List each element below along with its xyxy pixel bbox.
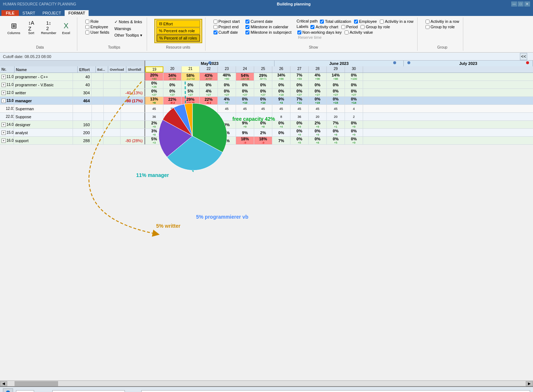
activity-row-check[interactable]: Activitiy in a row: [379, 19, 414, 24]
gantt-cell: 36: [145, 113, 163, 120]
expand-btn[interactable]: +: [1, 75, 6, 79]
milestone-cal-check[interactable]: Milestone in calendar: [245, 24, 292, 29]
ribbon-content: ⊞ Columns ↕AZ Sort 1↕2 Renumber X Excel: [0, 16, 533, 52]
percent-all-button[interactable]: % Percent of all roles: [156, 34, 200, 42]
project-start-check[interactable]: Project start: [213, 19, 241, 24]
horizontal-scrollbar[interactable]: ◀ ▶: [0, 380, 533, 386]
scroll-right-btn[interactable]: ▶: [526, 381, 533, 386]
expand-btn[interactable]: +: [1, 83, 6, 87]
cell-balance: [91, 81, 103, 88]
gantt-cell: 18%-9: [254, 137, 272, 144]
nav-left[interactable]: <<: [520, 53, 527, 60]
renumber-button[interactable]: 1↕2 Renumber: [41, 19, 57, 36]
current-date-check[interactable]: Current date: [245, 19, 292, 24]
userfields-checkbox[interactable]: User fields: [85, 30, 110, 35]
day-20: 20: [163, 66, 182, 73]
resource-units-box: ⊟ Effort % Percent each role % Percent o…: [154, 19, 202, 43]
day-30: 30: [345, 66, 363, 73]
scroll-left-btn[interactable]: ◀: [0, 381, 7, 386]
header-name: Name: [15, 66, 78, 73]
employee-check[interactable]: Employee: [353, 19, 378, 24]
cell-shortfall: [121, 81, 145, 88]
non-working-check[interactable]: Non-working days key: [297, 30, 342, 35]
expand-btn[interactable]: -: [1, 99, 6, 103]
cell-overload: [103, 137, 121, 144]
activity-row-check2[interactable]: Activitiy in a row: [425, 19, 460, 24]
group-by-role-check[interactable]: Group by role: [360, 24, 391, 29]
cell-overload: [103, 73, 121, 81]
month-may: May 2023: [145, 61, 274, 66]
marker-june: [393, 61, 396, 64]
employee-checkbox[interactable]: Employee: [85, 24, 110, 29]
expand-btn[interactable]: +: [1, 131, 6, 135]
columns-button[interactable]: ⊞ Columns: [6, 19, 22, 36]
gantt-cell: 7%: [272, 137, 290, 144]
expand-btn[interactable]: +: [1, 91, 6, 95]
cell-balance: [91, 137, 103, 144]
code-field[interactable]: [141, 390, 530, 392]
expand-btn[interactable]: +: [1, 139, 6, 143]
tab-format[interactable]: FORMAT: [65, 10, 89, 16]
header-effort: Effort: [78, 66, 96, 73]
cell-shortfall: [121, 113, 145, 120]
main-area: Cutoff date: 08.05.23 08:00 << May 2023 …: [0, 53, 533, 386]
gantt-cell: 34%-4/+66: [163, 73, 182, 81]
cell-shortfall: [121, 129, 145, 136]
cell-name: analyst: [14, 129, 73, 136]
resource-name-field[interactable]: [52, 390, 125, 392]
period-check[interactable]: Period: [341, 24, 359, 29]
other-tooltips-button[interactable]: Other Tooltips ▾: [113, 32, 144, 38]
tab-file[interactable]: FILE: [1, 10, 19, 16]
percent-each-button[interactable]: % Percent each role: [156, 28, 200, 34]
day-28: 28: [309, 66, 327, 73]
cell-shortfall: -80 (17%): [121, 97, 145, 104]
gantt-cells-row: 36 40 40 8 36 20 20 2: [145, 113, 533, 120]
group-data: ⊞ Columns ↕AZ Sort 1↕2 Renumber X Excel: [3, 17, 77, 51]
maximize-button[interactable]: □: [518, 1, 524, 7]
marker-july: [407, 61, 410, 64]
project-end-check[interactable]: Project end: [213, 24, 241, 29]
month-headers-row: May 2023 June 2023 July 2023: [145, 61, 533, 66]
tab-start[interactable]: START: [19, 10, 39, 16]
cutoff-date-check[interactable]: Cutoff date: [213, 30, 241, 35]
gantt-cell: [236, 113, 254, 120]
left-row: +14.001 designer 160: [0, 121, 145, 128]
expand-btn[interactable]: +: [1, 123, 6, 127]
gantt-cell: 0%+14: [345, 97, 363, 104]
show-right-row3: Non-working days key Activity value: [297, 30, 414, 35]
minimize-button[interactable]: —: [511, 1, 517, 7]
header-balance: Bal...: [96, 66, 109, 73]
tab-project[interactable]: PROJECT: [39, 10, 65, 16]
cell-overload: [103, 81, 121, 88]
milestone-sub-check[interactable]: Milestone in subproject: [245, 30, 292, 35]
gantt-cell: 40: [200, 113, 218, 120]
activity-chart-check[interactable]: Activity chart: [310, 24, 339, 29]
resource-id-field[interactable]: [16, 390, 34, 392]
tooltips-content: Role Employee User fields ✓ Notes & link…: [85, 19, 144, 43]
group-by-role-check2[interactable]: Group by role: [425, 24, 456, 29]
gantt-cell: 20: [327, 113, 345, 120]
show-label: Show: [309, 44, 318, 49]
excel-button[interactable]: X Excel: [58, 19, 74, 36]
close-button[interactable]: ✕: [524, 1, 530, 7]
ribbon: FILE START PROJECT FORMAT ⊞ Columns ↕AZ …: [0, 8, 533, 53]
total-util-check[interactable]: Total utilization: [319, 19, 352, 24]
gantt-cell: 0%+27: [345, 89, 363, 96]
table-row: +16.001 support 288 -80 (28%) 5%+3 7% 0%…: [0, 137, 533, 145]
gantt-cell: [218, 113, 236, 120]
data-buttons: ⊞ Columns ↕AZ Sort 1↕2 Renumber X Excel: [6, 19, 74, 43]
show-right-row2: Labels Activity chart Period Group by ro…: [297, 24, 414, 29]
notes-links-button[interactable]: ✓ Notes & links: [113, 19, 144, 25]
left-col-headers: Nr. Name Effort Bal... Overload Shortfal…: [0, 66, 145, 73]
gantt-cell: 0%+27: [163, 89, 182, 96]
role-checkbox[interactable]: Role: [85, 19, 110, 24]
gantt-cell: 0%+15: [327, 97, 345, 104]
warnings-button[interactable]: Warnings: [113, 26, 144, 32]
activity-value-check[interactable]: Activity value: [344, 30, 374, 35]
bottom-panel: 👤 Name: Code: Activities Role Nr. Name S…: [0, 386, 533, 392]
sort-button[interactable]: ↕AZ Sort: [23, 19, 39, 36]
effort-button[interactable]: ⊟ Effort: [156, 20, 200, 27]
gantt-cell: 14%+86: [327, 73, 345, 81]
scroll-thumb[interactable]: [15, 381, 58, 386]
cell-overload: [104, 113, 121, 120]
